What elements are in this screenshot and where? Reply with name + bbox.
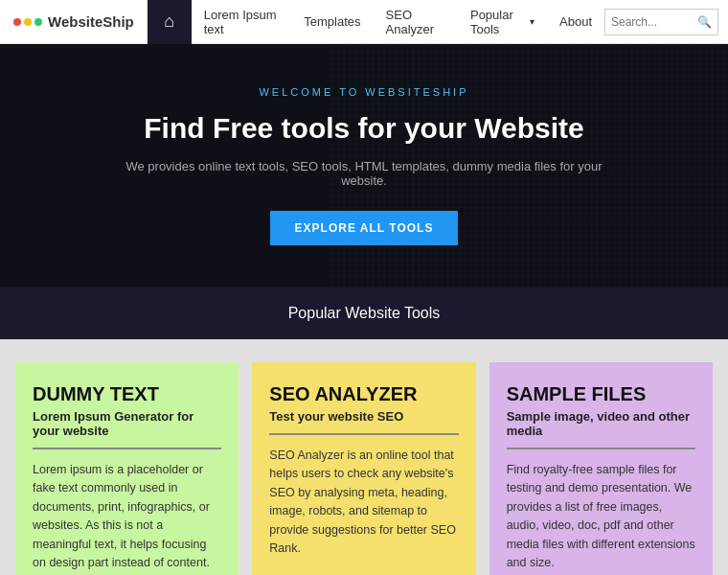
nav-item-lorem[interactable]: Lorem Ipsum text xyxy=(192,0,292,44)
tool-card-sample-files: SAMPLE FILES Sample image, video and oth… xyxy=(489,362,713,575)
sample-files-divider xyxy=(507,448,695,449)
seo-analyzer-title: SEO ANALYZER xyxy=(269,383,458,405)
nav-links: Lorem Ipsum text Templates SEO Analyzer … xyxy=(192,0,604,44)
seo-analyzer-divider xyxy=(269,433,458,435)
sample-files-subtitle: Sample image, video and other media xyxy=(507,409,695,438)
tool-card-dummy-text: DUMMY TEXT Lorem Ipsum Generator for you… xyxy=(15,362,239,575)
popular-tools-title: Popular Website Tools xyxy=(288,305,441,321)
brand-dots xyxy=(13,18,42,26)
nav-link-templates[interactable]: Templates xyxy=(291,0,373,44)
home-icon: ⌂ xyxy=(164,12,174,32)
nav-link-popular[interactable]: Popular Tools▾ xyxy=(458,0,547,44)
nav-item-popular[interactable]: Popular Tools▾ xyxy=(458,0,547,44)
popular-tools-banner: Popular Website Tools xyxy=(0,288,728,339)
hero-title: Find Free tools for your Website xyxy=(144,111,584,146)
dummy-text-title: DUMMY TEXT xyxy=(33,383,221,405)
sample-files-title: SAMPLE FILES xyxy=(507,383,695,405)
seo-analyzer-description: SEO Analyzer is an online tool that help… xyxy=(269,447,458,561)
hero-section: WELCOME TO WEBSITESHIP Find Free tools f… xyxy=(0,44,728,288)
navbar: WebsiteShip ⌂ Lorem Ipsum text Templates… xyxy=(0,0,728,44)
hero-description: We provides online text tools, SEO tools… xyxy=(125,159,603,188)
nav-item-about[interactable]: About xyxy=(547,0,604,44)
explore-tools-button[interactable]: EXPLORE ALL TOOLS xyxy=(270,211,459,245)
chevron-down-icon: ▾ xyxy=(530,16,535,27)
brand-name: WebsiteShip xyxy=(48,13,134,30)
dummy-text-subtitle: Lorem Ipsum Generator for your website xyxy=(33,409,221,438)
nav-item-templates[interactable]: Templates xyxy=(291,0,373,44)
tools-section: DUMMY TEXT Lorem Ipsum Generator for you… xyxy=(0,339,728,575)
nav-link-about[interactable]: About xyxy=(547,0,604,44)
hero-subtitle: WELCOME TO WEBSITESHIP xyxy=(259,86,468,98)
navbar-brand: WebsiteShip xyxy=(0,13,148,30)
nav-item-seo[interactable]: SEO Analyzer xyxy=(374,0,458,44)
brand-dot-green xyxy=(34,18,42,26)
search-input[interactable] xyxy=(611,15,697,29)
nav-link-seo[interactable]: SEO Analyzer xyxy=(374,0,458,44)
nav-search-box: 🔍 xyxy=(604,9,718,35)
search-icon[interactable]: 🔍 xyxy=(697,15,712,29)
sample-files-description: Find royalty-free sample files for testi… xyxy=(507,461,695,572)
nav-link-lorem[interactable]: Lorem Ipsum text xyxy=(192,0,292,44)
brand-dot-yellow xyxy=(24,18,32,26)
seo-analyzer-subtitle: Test your website SEO xyxy=(269,409,458,424)
tool-card-seo-analyzer: SEO ANALYZER Test your website SEO SEO A… xyxy=(252,362,475,575)
dummy-text-divider xyxy=(33,448,221,449)
nav-home[interactable]: ⌂ xyxy=(148,0,192,44)
dummy-text-description: Lorem ipsum is a placeholder or fake tex… xyxy=(33,461,221,572)
brand-dot-red xyxy=(13,18,21,26)
